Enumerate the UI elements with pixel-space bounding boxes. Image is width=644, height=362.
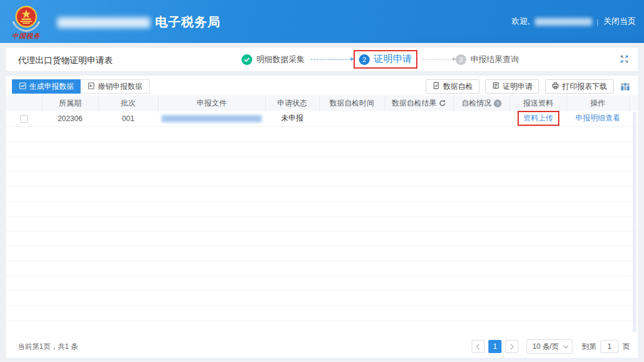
step-label: 申报结果查询 — [470, 54, 519, 65]
page-title: 代理出口货物证明申请表 — [18, 55, 113, 66]
header-filler — [629, 95, 638, 111]
org-name-blurred — [57, 17, 150, 28]
cell-period: 202306 — [42, 111, 98, 126]
goto-page-input[interactable] — [600, 340, 618, 353]
welcome-label: 欢迎, — [512, 16, 530, 27]
step-detail-collection: 明细数据采集 — [242, 54, 305, 65]
table-empty-row — [6, 261, 638, 276]
header-checkbox-col — [6, 95, 42, 111]
step-number-badge: 2 — [359, 54, 370, 65]
table-empty-row — [6, 126, 638, 141]
doc-lines-icon — [492, 82, 500, 91]
columns-grid-icon[interactable] — [621, 83, 630, 91]
page-size-value: 10 条/页 — [532, 342, 559, 352]
step-indicator: 明细数据采集 2 证明申请 3 申报结果查询 — [242, 48, 519, 71]
header-divider: | — [597, 17, 599, 26]
print-report-download-button[interactable]: 打印报表下载 — [545, 79, 614, 94]
prev-page-button[interactable] — [472, 340, 485, 353]
page: 中国税务 电子税务局 欢迎, | 关闭当页 代理出口货物证明申请表 明细数据采集… — [0, 0, 644, 362]
header-period: 所属期 — [42, 95, 98, 111]
panel-footer: 当前第1页，共1 条 1 10 条/页 到第 页 — [6, 335, 638, 358]
certificate-apply-button[interactable]: 证明申请 — [485, 79, 539, 94]
refresh-icon[interactable] — [439, 100, 446, 107]
table-empty-row — [6, 171, 638, 186]
declaration-table: 所属期 批次 申报文件 申请状态 数据自检时间 数据自检结果 — [6, 95, 638, 336]
table-empty-row — [6, 156, 638, 171]
doc-check-icon — [432, 82, 440, 91]
pagination: 1 10 条/页 到第 页 — [472, 339, 630, 354]
tab-generate-declaration-data[interactable]: 生成申报数据 — [12, 79, 81, 94]
button-label: 打印报表下载 — [562, 82, 607, 92]
chevron-left-icon — [476, 344, 482, 349]
header-self-check-time: 数据自检时间 — [319, 95, 385, 111]
cell-application-status: 未申报 — [265, 111, 319, 126]
cell-self-check-time — [319, 111, 385, 126]
table-empty-row — [6, 320, 638, 335]
file-link-blurred[interactable] — [162, 115, 262, 122]
cell-submitted-materials: 资料上传 — [510, 111, 566, 126]
cell-batch: 001 — [98, 111, 158, 126]
toolbar-buttons: 数据自检 证明申请 打印报表下载 — [420, 79, 630, 94]
header-operation: 操作 — [566, 95, 629, 111]
header-application-status: 申请状态 — [265, 95, 319, 111]
header-label: 自检情况 — [462, 98, 491, 109]
red-annotation-box-upload: 资料上传 — [518, 111, 559, 126]
header-self-check-info: 自检情况 — [453, 95, 510, 111]
next-page-button[interactable] — [505, 340, 518, 353]
current-page-button[interactable]: 1 — [488, 340, 501, 353]
cell-operation: 申报明细查看 — [566, 111, 629, 126]
toolbar: 生成申报数据 撤销申报数据 — [6, 76, 638, 95]
table-empty-row — [6, 290, 638, 305]
table-empty-row — [6, 305, 638, 320]
tab-label: 生成申报数据 — [29, 82, 74, 92]
tab-revoke-declaration-data[interactable]: 撤销申报数据 — [80, 79, 150, 94]
step-result-query: 3 申报结果查询 — [456, 54, 519, 65]
app-title: 电子税务局 — [155, 14, 221, 30]
step-connector — [422, 59, 452, 60]
table-empty-row — [6, 186, 638, 201]
table-empty-row — [6, 216, 638, 231]
check-icon — [242, 54, 252, 65]
printer-icon — [552, 82, 559, 91]
tax-emblem-logo: 中国税务 — [10, 4, 43, 42]
table-empty-row — [6, 276, 638, 290]
row-checkbox[interactable] — [20, 115, 28, 123]
header-batch: 批次 — [98, 95, 158, 111]
step-label: 明细数据采集 — [256, 54, 305, 65]
pagination-summary: 当前第1页，共1 条 — [18, 342, 78, 352]
cell-self-check-info — [453, 111, 510, 126]
step-number-badge: 3 — [456, 54, 466, 65]
help-icon[interactable] — [494, 100, 501, 107]
step-connector — [311, 59, 350, 60]
material-upload-link[interactable]: 资料上传 — [524, 114, 553, 122]
table-header-row: 所属期 批次 申报文件 申请状态 数据自检时间 数据自检结果 — [6, 95, 638, 111]
page-size-select[interactable]: 10 条/页 — [527, 339, 572, 354]
main-panel: 生成申报数据 撤销申报数据 — [6, 76, 638, 358]
table-row: 202306 001 未申报 资料上传 申报明细查看 — [6, 111, 638, 126]
chevron-right-icon — [508, 344, 514, 349]
red-annotation-box-step2: 2 证明申请 — [354, 50, 417, 69]
header-submitted-materials: 报送资料 — [510, 95, 566, 111]
tab-bar: 生成申报数据 撤销申报数据 — [12, 79, 150, 94]
cell-declaration-file[interactable] — [158, 111, 265, 126]
table-empty-row — [6, 141, 638, 156]
user-name-blurred — [535, 18, 592, 26]
title-bar: 代理出口货物证明申请表 明细数据采集 2 证明申请 3 申报结果查询 — [6, 48, 638, 71]
table-empty-row — [6, 246, 638, 261]
app-header: 中国税务 电子税务局 欢迎, | 关闭当页 — [0, 0, 644, 43]
declaration-detail-link[interactable]: 申报明细查看 — [575, 114, 620, 122]
table-empty-row — [6, 231, 638, 246]
close-page-link[interactable]: 关闭当页 — [603, 16, 636, 27]
logo-text: 中国税务 — [12, 32, 41, 39]
button-label: 数据自检 — [443, 82, 473, 92]
header-self-check-result: 数据自检结果 — [385, 95, 453, 111]
cell-self-check-result — [385, 111, 453, 126]
fullscreen-icon[interactable] — [620, 54, 629, 64]
header-declaration-file: 申报文件 — [158, 95, 265, 111]
chart-doc-icon — [19, 82, 26, 91]
revoke-doc-icon — [88, 82, 95, 91]
header-label: 数据自检结果 — [392, 98, 436, 109]
chevron-down-icon — [564, 344, 568, 348]
data-self-check-button[interactable]: 数据自检 — [426, 79, 479, 94]
scrollbar-track[interactable] — [633, 112, 636, 332]
